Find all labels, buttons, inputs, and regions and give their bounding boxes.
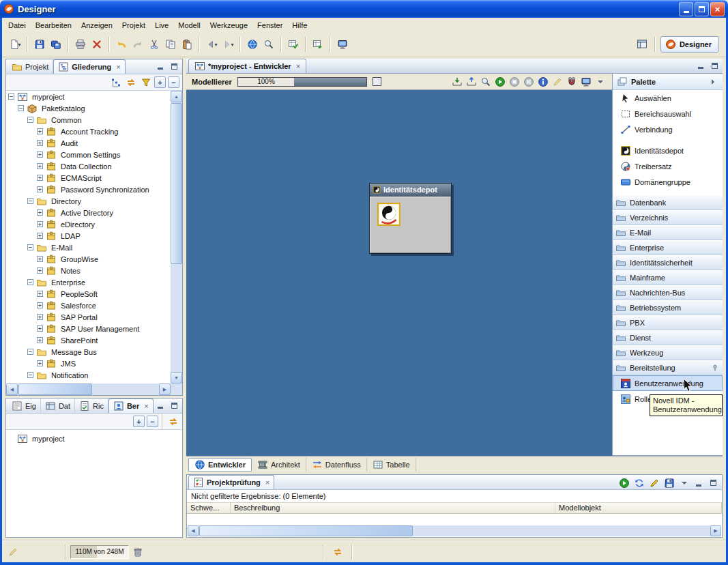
- palette-drawer-betriebssystem[interactable]: Betriebssystem: [613, 300, 723, 315]
- palette-drawer-werkzeug[interactable]: Werkzeug: [613, 345, 723, 360]
- palette-drawer-dienst[interactable]: Dienst: [613, 330, 723, 345]
- tree-item-account-tracking[interactable]: +Account Tracking: [7, 126, 171, 137]
- paste-button[interactable]: [179, 37, 194, 52]
- palette-item-benutzeranwendung[interactable]: Benutzeranwendung: [613, 375, 723, 391]
- palette-tool-ausw-hlen[interactable]: Auswählen: [613, 90, 723, 106]
- maximize-view-button[interactable]: [707, 478, 719, 489]
- tree-item-directory[interactable]: −Directory: [7, 195, 171, 207]
- maximize-editor-button[interactable]: [708, 60, 720, 71]
- expander-icon[interactable]: −: [18, 105, 24, 111]
- info-button[interactable]: [536, 75, 549, 88]
- expander-icon[interactable]: −: [27, 198, 33, 204]
- tree-item-common[interactable]: −Common: [7, 114, 171, 126]
- palette-drawer-bereitstellung[interactable]: Bereitstellung: [613, 360, 723, 375]
- refresh-results-button[interactable]: [632, 476, 645, 489]
- modeler-canvas[interactable]: Identitätsdepot: [186, 90, 612, 456]
- expand-all-button[interactable]: +: [133, 416, 145, 427]
- tree-item-notification[interactable]: −Notification: [7, 369, 171, 381]
- palette-drawer-enterprise[interactable]: Enterprise: [613, 240, 723, 255]
- menu-fenster[interactable]: Fenster: [252, 19, 287, 31]
- palette-item-identit-tsdepot[interactable]: Identitätsdepot: [613, 143, 723, 158]
- close-icon[interactable]: ×: [296, 62, 300, 70]
- tree-item-ldap[interactable]: +LDAP: [7, 230, 171, 242]
- expander-icon[interactable]: +: [37, 186, 43, 192]
- view-menu-button[interactable]: [678, 476, 690, 489]
- filter-button[interactable]: [139, 76, 152, 89]
- page-tab-architekt[interactable]: Architekt: [252, 458, 306, 472]
- scrollbar-thumb[interactable]: [18, 383, 92, 395]
- stop-button[interactable]: [508, 75, 521, 88]
- menu-datei[interactable]: Datei: [3, 19, 31, 31]
- start-button[interactable]: [493, 75, 506, 88]
- menu-projekt[interactable]: Projekt: [117, 19, 150, 31]
- tree-item-ecmascript[interactable]: +ECMAScript: [7, 172, 171, 184]
- snap-button[interactable]: [565, 75, 578, 88]
- scrollbar-thumb[interactable]: [199, 525, 413, 536]
- scrollbar-thumb[interactable]: [171, 103, 182, 264]
- palette-drawer-pbx[interactable]: PBX: [613, 315, 723, 330]
- maximize-view-button[interactable]: [168, 61, 180, 72]
- fast-view-button[interactable]: [6, 545, 19, 558]
- monitor-button[interactable]: [335, 37, 350, 52]
- expander-icon[interactable]: +: [37, 128, 43, 134]
- palette-drawer-datenbank[interactable]: Datenbank: [613, 195, 723, 210]
- tree-item-common-settings[interactable]: +Common Settings: [7, 149, 171, 160]
- expander-icon[interactable]: +: [37, 325, 43, 332]
- title-bar[interactable]: Designer ×: [0, 0, 728, 18]
- drawer-pin-icon[interactable]: [710, 363, 720, 373]
- expander-icon[interactable]: +: [37, 233, 43, 239]
- edit-mode-button[interactable]: [551, 75, 564, 88]
- tree-item-e-mail[interactable]: −E-Mail: [7, 242, 171, 253]
- column-header-schwe[interactable]: Schwe...: [187, 503, 231, 513]
- minimize-view-button[interactable]: [693, 478, 705, 489]
- expander-icon[interactable]: −: [27, 244, 33, 250]
- scroll-up-icon[interactable]: ▲: [171, 91, 182, 102]
- tree-item-message-bus[interactable]: −Message Bus: [7, 346, 171, 358]
- menu-modell[interactable]: Modell: [173, 19, 205, 31]
- cut-button[interactable]: [147, 37, 162, 52]
- palette-tool-bereichsauswahl[interactable]: Bereichsauswahl: [613, 106, 723, 121]
- tree-item-myproject[interactable]: myproject: [7, 433, 181, 444]
- menu-hilfe[interactable]: Hilfe: [287, 19, 312, 31]
- scroll-right-icon[interactable]: ▶: [710, 525, 721, 536]
- fit-screen-button[interactable]: [579, 75, 592, 88]
- layout-button[interactable]: [109, 76, 122, 89]
- zoom-track[interactable]: [294, 78, 366, 86]
- expander-icon[interactable]: +: [37, 209, 43, 216]
- expander-icon[interactable]: +: [37, 337, 43, 343]
- palette-drawer-identit-tssicherheit[interactable]: Identitätssicherheit: [613, 255, 723, 270]
- node-title-bar[interactable]: Identitätsdepot: [370, 184, 451, 197]
- editor-tab-myproject-entwickler[interactable]: *myproject - Entwickler ×: [188, 59, 306, 73]
- view-tab-dat[interactable]: Dat: [41, 399, 75, 413]
- link-with-editor-button[interactable]: [124, 76, 137, 89]
- minimize-view-button[interactable]: [154, 400, 166, 411]
- close-icon[interactable]: ×: [265, 478, 270, 487]
- expander-icon[interactable]: −: [27, 372, 33, 378]
- pause-button[interactable]: [522, 75, 535, 88]
- expander-icon[interactable]: +: [37, 163, 43, 169]
- tree-item-audit[interactable]: +Audit: [7, 137, 171, 149]
- expander-icon[interactable]: +: [37, 256, 43, 262]
- tree-item-enterprise[interactable]: −Enterprise: [7, 276, 171, 288]
- expander-icon[interactable]: +: [37, 140, 43, 146]
- tree-item-sap-user-management[interactable]: +SAP User Management: [7, 323, 171, 334]
- scroll-left-icon[interactable]: ◀: [188, 525, 199, 536]
- menu-live[interactable]: Live: [150, 19, 173, 31]
- run-validation-button[interactable]: [617, 476, 630, 489]
- collapse-all-button[interactable]: −: [147, 416, 158, 427]
- tree-item-jms[interactable]: +JMS: [7, 358, 171, 369]
- column-header-modellobjekt[interactable]: Modellobjekt: [555, 503, 722, 513]
- deploy-model-button[interactable]: [310, 37, 325, 52]
- scroll-right-icon[interactable]: ▶: [159, 383, 171, 395]
- open-perspective-button[interactable]: [635, 37, 650, 52]
- tree-item-paketkatalog[interactable]: −Paketkatalog: [7, 102, 171, 114]
- palette-drawer-mainframe[interactable]: Mainframe: [613, 270, 723, 285]
- tree-item-sap-portal[interactable]: +SAP Portal: [7, 311, 171, 323]
- expander-icon[interactable]: −: [27, 349, 33, 355]
- expander-icon[interactable]: +: [37, 314, 43, 320]
- palette-drawer-e-mail[interactable]: E-Mail: [613, 225, 723, 240]
- expander-icon[interactable]: +: [37, 151, 43, 158]
- zoom-area-button[interactable]: [479, 75, 492, 88]
- run-garbage-collector-button[interactable]: [131, 545, 144, 558]
- tree-item-sharepoint[interactable]: +SharePoint: [7, 334, 171, 346]
